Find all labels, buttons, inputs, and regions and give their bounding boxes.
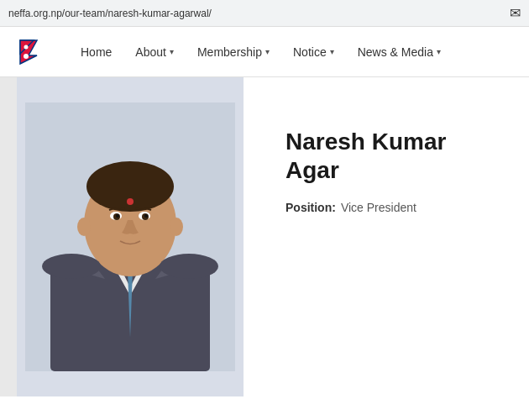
- svg-point-19: [77, 218, 91, 236]
- content-area: Naresh Kumar Agar Position: Vice Preside…: [0, 77, 529, 396]
- main-nav: Home About ▾ Membership ▾ Notice ▾ News …: [72, 40, 512, 64]
- svg-point-24: [160, 254, 218, 279]
- nav-about-label: About: [135, 45, 166, 59]
- svg-point-2: [24, 45, 29, 49]
- svg-point-23: [42, 254, 101, 279]
- nav-item-membership[interactable]: Membership ▾: [189, 40, 278, 64]
- nav-item-news-media[interactable]: News & Media ▾: [349, 40, 449, 64]
- nav-membership-label: Membership: [197, 45, 262, 59]
- svg-point-20: [170, 218, 183, 236]
- position-value: Vice President: [341, 201, 416, 214]
- nav-item-about[interactable]: About ▾: [127, 40, 182, 64]
- news-media-chevron-icon: ▾: [437, 47, 441, 56]
- nav-item-home[interactable]: Home: [72, 40, 120, 64]
- nav-home-label: Home: [81, 45, 112, 59]
- profile-image-container: [17, 77, 244, 396]
- address-bar: neffa.org.np/our-team/naresh-kumar-agarw…: [0, 0, 529, 27]
- nav-news-media-label: News & Media: [358, 45, 433, 59]
- left-sidebar-strip: [0, 77, 17, 396]
- nav-notice-label: Notice: [293, 45, 327, 59]
- notice-chevron-icon: ▾: [330, 47, 334, 56]
- svg-point-18: [144, 214, 148, 218]
- email-icon: ✉: [510, 5, 521, 21]
- profile-name: Naresh Kumar Agar: [285, 128, 504, 184]
- nav-item-notice[interactable]: Notice ▾: [285, 40, 343, 64]
- profile-picture: [25, 102, 235, 371]
- profile-info: Naresh Kumar Agar Position: Vice Preside…: [244, 77, 529, 396]
- position-label: Position:: [285, 201, 336, 214]
- svg-point-17: [116, 214, 119, 218]
- profile-position-row: Position: Vice President: [285, 201, 504, 214]
- svg-point-12: [127, 198, 134, 205]
- url-text[interactable]: neffa.org.np/our-team/naresh-kumar-agarw…: [8, 8, 521, 19]
- svg-point-3: [24, 54, 29, 59]
- about-chevron-icon: ▾: [170, 47, 174, 56]
- header: Home About ▾ Membership ▾ Notice ▾ News …: [0, 27, 529, 77]
- membership-chevron-icon: ▾: [265, 47, 270, 56]
- logo-flag[interactable]: [17, 37, 47, 67]
